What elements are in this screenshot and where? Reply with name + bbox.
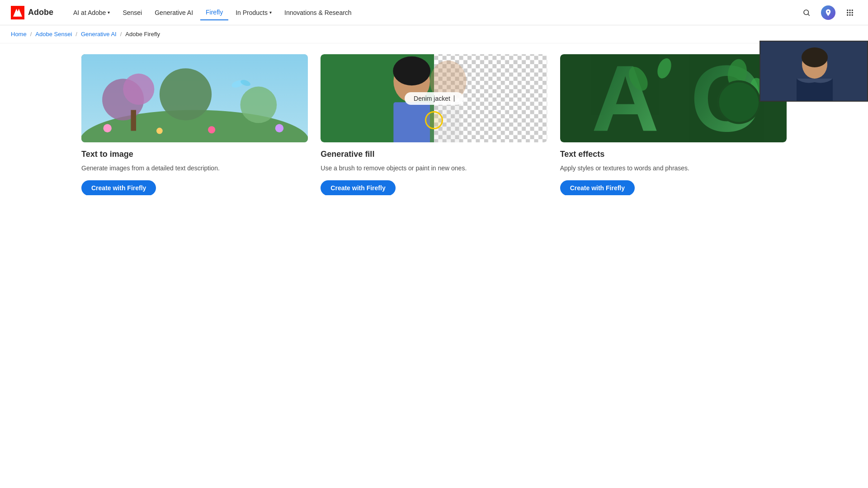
breadcrumb: Home / Adobe Sensei / Generative AI / Ad… (0, 25, 868, 43)
card-desc-generative-fill: Use a brush to remove objects or paint i… (321, 164, 547, 173)
nav-item-innovations[interactable]: Innovations & Research (279, 5, 357, 20)
svg-rect-8 (849, 12, 851, 13)
apps-grid-icon[interactable] (843, 5, 857, 20)
card-image-text-effects: A O (560, 54, 787, 142)
cta-button-text-effects[interactable]: Create with Firefly (560, 180, 635, 195)
svg-point-99 (802, 47, 828, 67)
nav-items-list: AI at Adobe ▾ Sensei Generative AI Firef… (68, 5, 799, 20)
card-title-text-to-image: Text to image (81, 150, 308, 159)
generative-fill-prompt-overlay: Denim jacket (405, 92, 463, 105)
card-desc-text-effects: Apply styles or textures to words and ph… (560, 164, 787, 173)
nav-item-sensei[interactable]: Sensei (117, 5, 147, 20)
card-desc-text-to-image: Generate images from a detailed text des… (81, 164, 308, 173)
search-icon[interactable] (799, 5, 814, 20)
svg-point-34 (393, 56, 431, 86)
nav-item-firefly[interactable]: Firefly (200, 5, 228, 20)
svg-point-2 (804, 10, 809, 15)
breadcrumb-generative-ai[interactable]: Generative AI (81, 31, 117, 38)
svg-rect-6 (852, 9, 853, 11)
video-overlay (760, 41, 868, 102)
nav-logo[interactable]: Adobe (11, 6, 53, 19)
svg-rect-7 (847, 12, 848, 13)
svg-point-18 (160, 68, 212, 120)
nav-item-in-products[interactable]: In Products ▾ (230, 5, 277, 20)
feature-cards-grid: Text to image Generate images from a det… (81, 54, 787, 195)
card-text-effects: A O Text effects Apply styles or texture… (560, 54, 787, 195)
svg-point-22 (208, 126, 215, 133)
svg-rect-17 (131, 110, 136, 131)
svg-point-23 (275, 124, 283, 132)
avatar[interactable] (821, 5, 835, 20)
adobe-brand-name: Adobe (28, 8, 53, 17)
card-title-text-effects: Text effects (560, 150, 787, 159)
cta-button-generative-fill[interactable]: Create with Firefly (321, 180, 395, 195)
breadcrumb-separator: / (75, 31, 77, 38)
card-image-text-to-image (81, 54, 308, 142)
svg-point-20 (103, 124, 111, 132)
svg-point-19 (241, 87, 277, 123)
cursor-indicator (425, 111, 443, 129)
card-title-generative-fill: Generative fill (321, 150, 547, 159)
breadcrumb-home[interactable]: Home (11, 31, 27, 38)
svg-rect-10 (847, 14, 848, 15)
svg-rect-5 (849, 9, 851, 11)
svg-rect-12 (852, 14, 853, 15)
main-content: Text to image Generate images from a det… (0, 43, 868, 195)
svg-rect-9 (852, 12, 853, 13)
svg-rect-35 (394, 102, 430, 142)
nav-right-controls (799, 5, 857, 20)
chevron-down-icon: ▾ (108, 10, 110, 15)
card-image-generative-fill: Denim jacket (321, 54, 547, 142)
cta-button-text-to-image[interactable]: Create with Firefly (81, 180, 156, 195)
chevron-down-icon: ▾ (269, 10, 272, 15)
svg-point-16 (123, 74, 154, 105)
breadcrumb-separator: / (30, 31, 32, 38)
breadcrumb-separator: / (120, 31, 122, 38)
svg-rect-4 (847, 9, 848, 11)
breadcrumb-current: Adobe Firefly (125, 31, 160, 38)
svg-text:A: A (591, 54, 659, 142)
nav-item-ai-at-adobe[interactable]: AI at Adobe ▾ (68, 5, 115, 20)
nav-item-generative-ai[interactable]: Generative AI (149, 5, 198, 20)
breadcrumb-sensei[interactable]: Adobe Sensei (35, 31, 72, 38)
svg-rect-11 (849, 14, 851, 15)
svg-line-3 (808, 14, 809, 15)
video-person-feed (760, 42, 867, 101)
svg-point-46 (719, 82, 759, 122)
main-nav: Adobe AI at Adobe ▾ Sensei Generative AI… (0, 0, 868, 25)
card-generative-fill: Denim jacket Generative fill Use a brush… (321, 54, 547, 195)
adobe-logo-icon (11, 6, 24, 19)
card-text-to-image: Text to image Generate images from a det… (81, 54, 308, 195)
svg-point-21 (156, 128, 163, 134)
